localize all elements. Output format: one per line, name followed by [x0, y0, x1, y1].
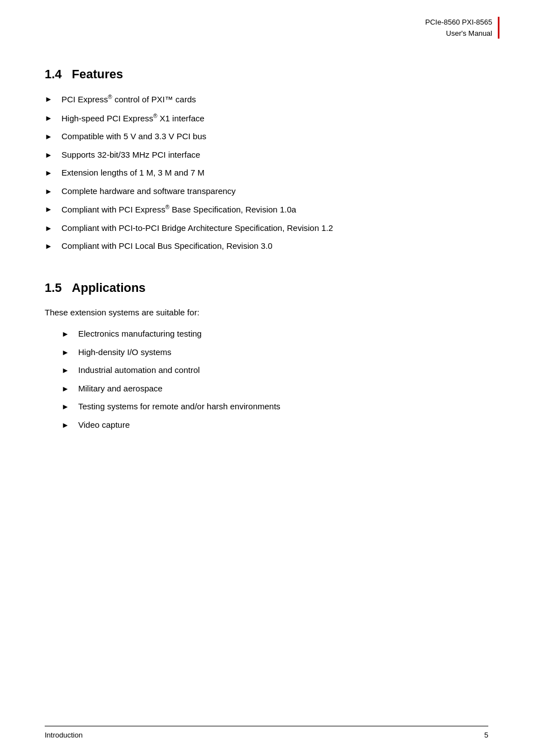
features-section-number: 1.4 — [45, 67, 62, 82]
bullet-arrow-icon: ► — [45, 204, 56, 215]
features-title: Features — [72, 67, 123, 81]
feature-text: Supports 32-bit/33 MHz PCI interface — [61, 149, 200, 162]
applications-title: Applications — [72, 281, 146, 295]
bullet-arrow-icon: ► — [61, 419, 73, 431]
feature-text: Compatible with 5 V and 3.3 V PCI bus — [61, 130, 206, 143]
feature-text: High-speed PCI Express® X1 interface — [61, 112, 204, 125]
list-item: ► Military and aerospace — [61, 382, 488, 395]
list-item: ► PCI Express® control of PXI™ cards — [45, 93, 488, 106]
list-item: ► Extension lengths of 1 M, 3 M and 7 M — [45, 167, 488, 179]
bullet-arrow-icon: ► — [45, 93, 56, 105]
features-list: ► PCI Express® control of PXI™ cards ► H… — [45, 93, 488, 253]
applications-list: ► Electronics manufacturing testing ► Hi… — [45, 328, 488, 431]
bullet-arrow-icon: ► — [61, 347, 73, 358]
feature-text: Extension lengths of 1 M, 3 M and 7 M — [61, 167, 204, 179]
list-item: ► Industrial automation and control — [61, 364, 488, 377]
bullet-arrow-icon: ► — [45, 186, 56, 197]
list-item: ► Compliant with PCI Express® Base Speci… — [45, 203, 488, 216]
bullet-arrow-icon: ► — [45, 223, 56, 234]
list-item: ► Supports 32-bit/33 MHz PCI interface — [45, 149, 488, 162]
feature-text: PCI Express® control of PXI™ cards — [61, 93, 196, 106]
bullet-arrow-icon: ► — [61, 328, 73, 340]
bullet-arrow-icon: ► — [45, 131, 56, 143]
page-header: PCIe-8560 PXI-8565 User's Manual — [425, 17, 499, 39]
bullet-arrow-icon: ► — [45, 149, 56, 161]
features-heading: 1.4Features — [45, 67, 488, 82]
list-item: ► Complete hardware and software transpa… — [45, 185, 488, 198]
feature-text: Compliant with PCI Local Bus Specificati… — [61, 240, 273, 253]
bullet-arrow-icon: ► — [61, 383, 73, 395]
application-text: High-density I/O systems — [78, 346, 172, 359]
bullet-arrow-icon: ► — [61, 401, 73, 413]
feature-text: Compliant with PCI Express® Base Specifi… — [61, 203, 296, 216]
bullet-arrow-icon: ► — [45, 240, 56, 252]
application-text: Electronics manufacturing testing — [78, 328, 202, 341]
list-item: ► Compliant with PCI-to-PCI Bridge Archi… — [45, 222, 488, 235]
applications-heading: 1.5Applications — [45, 281, 488, 295]
list-item: ► Compliant with PCI Local Bus Specifica… — [45, 240, 488, 253]
header-manual: User's Manual — [425, 28, 492, 39]
list-item: ► Electronics manufacturing testing — [61, 328, 488, 341]
list-item: ► Video capture — [61, 419, 488, 432]
feature-text: Complete hardware and software transpare… — [61, 185, 236, 198]
bullet-arrow-icon: ► — [61, 365, 73, 376]
list-item: ► Testing systems for remote and/or hars… — [61, 400, 488, 413]
features-section: 1.4Features ► PCI Express® control of PX… — [45, 67, 488, 253]
application-text: Industrial automation and control — [78, 364, 200, 377]
applications-intro: These extension systems are suitable for… — [45, 306, 488, 319]
bullet-arrow-icon: ► — [45, 167, 56, 179]
application-text: Military and aerospace — [78, 382, 163, 395]
page: PCIe-8560 PXI-8565 User's Manual 1.4Feat… — [0, 0, 533, 756]
bullet-arrow-icon: ► — [45, 112, 56, 124]
list-item: ► High-density I/O systems — [61, 346, 488, 359]
footer-page-number: 5 — [484, 731, 488, 739]
applications-section: 1.5Applications These extension systems … — [45, 281, 488, 432]
list-item: ► High-speed PCI Express® X1 interface — [45, 112, 488, 125]
list-item: ► Compatible with 5 V and 3.3 V PCI bus — [45, 130, 488, 143]
applications-section-number: 1.5 — [45, 281, 62, 295]
header-model: PCIe-8560 PXI-8565 — [425, 17, 492, 28]
application-text: Video capture — [78, 419, 130, 432]
feature-text: Compliant with PCI-to-PCI Bridge Archite… — [61, 222, 333, 235]
page-footer: Introduction 5 — [45, 726, 488, 739]
application-text: Testing systems for remote and/or harsh … — [78, 400, 280, 413]
footer-section-label: Introduction — [45, 731, 83, 739]
